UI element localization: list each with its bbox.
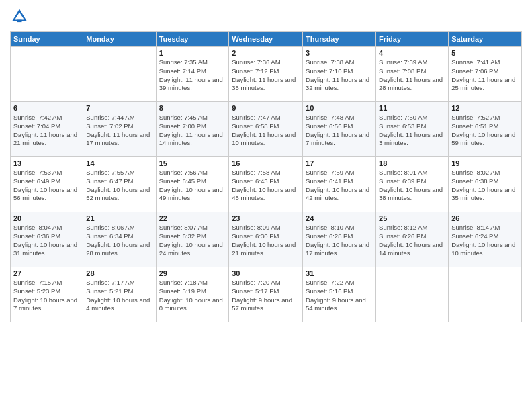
calendar-cell: 1Sunrise: 7:35 AM Sunset: 7:14 PM Daylig… [156,47,229,102]
day-number: 6 [13,104,80,112]
day-number: 4 [379,49,445,57]
calendar-cell: 6Sunrise: 7:42 AM Sunset: 7:04 PM Daylig… [11,102,83,157]
day-number: 9 [232,104,300,112]
calendar-cell: 10Sunrise: 7:48 AM Sunset: 6:56 PM Dayli… [303,102,376,157]
calendar-cell: 5Sunrise: 7:41 AM Sunset: 7:06 PM Daylig… [449,47,522,102]
day-info: Sunrise: 7:58 AM Sunset: 6:43 PM Dayligh… [232,169,300,203]
calendar-cell: 7Sunrise: 7:44 AM Sunset: 7:02 PM Daylig… [83,102,156,157]
calendar-cell: 22Sunrise: 8:07 AM Sunset: 6:32 PM Dayli… [156,212,229,267]
day-of-week-header: Saturday [449,32,522,47]
day-info: Sunrise: 7:44 AM Sunset: 7:02 PM Dayligh… [86,113,152,148]
calendar-cell: 21Sunrise: 8:06 AM Sunset: 6:34 PM Dayli… [83,212,156,267]
day-info: Sunrise: 7:35 AM Sunset: 7:14 PM Dayligh… [159,58,226,93]
day-number: 25 [379,214,445,222]
day-info: Sunrise: 7:20 AM Sunset: 5:17 PM Dayligh… [232,279,300,313]
day-info: Sunrise: 8:14 AM Sunset: 6:24 PM Dayligh… [451,224,519,258]
calendar-cell: 3Sunrise: 7:38 AM Sunset: 7:10 PM Daylig… [303,47,376,102]
calendar-cell: 14Sunrise: 7:55 AM Sunset: 6:47 PM Dayli… [83,157,156,212]
calendar-cell [376,267,449,322]
day-number: 7 [86,104,152,112]
calendar-cell: 23Sunrise: 8:09 AM Sunset: 6:30 PM Dayli… [229,212,303,267]
day-info: Sunrise: 8:09 AM Sunset: 6:30 PM Dayligh… [232,224,300,258]
day-info: Sunrise: 7:52 AM Sunset: 6:51 PM Dayligh… [451,113,519,148]
day-of-week-header: Sunday [11,32,83,47]
day-number: 30 [232,269,300,277]
day-info: Sunrise: 7:56 AM Sunset: 6:45 PM Dayligh… [159,169,226,203]
calendar-cell: 16Sunrise: 7:58 AM Sunset: 6:43 PM Dayli… [229,157,303,212]
day-info: Sunrise: 7:48 AM Sunset: 6:56 PM Dayligh… [306,113,373,148]
calendar-cell: 24Sunrise: 8:10 AM Sunset: 6:28 PM Dayli… [303,212,376,267]
day-number: 18 [379,159,445,167]
day-number: 23 [232,214,300,222]
calendar-cell: 12Sunrise: 7:52 AM Sunset: 6:51 PM Dayli… [449,102,522,157]
header [10,7,522,26]
day-number: 27 [13,269,80,277]
calendar-cell: 4Sunrise: 7:39 AM Sunset: 7:08 PM Daylig… [376,47,449,102]
calendar-cell: 28Sunrise: 7:17 AM Sunset: 5:21 PM Dayli… [83,267,156,322]
day-info: Sunrise: 8:07 AM Sunset: 6:32 PM Dayligh… [159,224,226,258]
calendar-week-row: 27Sunrise: 7:15 AM Sunset: 5:23 PM Dayli… [11,267,522,322]
calendar-cell [449,267,522,322]
day-number: 8 [159,104,226,112]
calendar-cell: 13Sunrise: 7:53 AM Sunset: 6:49 PM Dayli… [11,157,83,212]
calendar-cell: 25Sunrise: 8:12 AM Sunset: 6:26 PM Dayli… [376,212,449,267]
day-info: Sunrise: 7:17 AM Sunset: 5:21 PM Dayligh… [86,279,152,313]
day-info: Sunrise: 8:06 AM Sunset: 6:34 PM Dayligh… [86,224,152,258]
calendar-cell [11,47,83,102]
day-number: 1 [159,49,226,57]
calendar-cell: 26Sunrise: 8:14 AM Sunset: 6:24 PM Dayli… [449,212,522,267]
day-number: 19 [451,159,519,167]
day-of-week-header: Thursday [303,32,376,47]
day-number: 31 [306,269,373,277]
day-info: Sunrise: 7:53 AM Sunset: 6:49 PM Dayligh… [13,169,80,203]
day-info: Sunrise: 7:36 AM Sunset: 7:12 PM Dayligh… [232,58,300,93]
day-number: 21 [86,214,152,222]
day-number: 11 [379,104,445,112]
day-number: 14 [86,159,152,167]
day-of-week-header: Wednesday [229,32,303,47]
day-number: 20 [13,214,80,222]
day-number: 22 [159,214,226,222]
day-number: 10 [306,104,373,112]
calendar-cell: 31Sunrise: 7:22 AM Sunset: 5:16 PM Dayli… [303,267,376,322]
day-info: Sunrise: 7:55 AM Sunset: 6:47 PM Dayligh… [86,169,152,203]
day-info: Sunrise: 8:10 AM Sunset: 6:28 PM Dayligh… [306,224,373,258]
day-number: 24 [306,214,373,222]
calendar-cell: 8Sunrise: 7:45 AM Sunset: 7:00 PM Daylig… [156,102,229,157]
day-number: 2 [232,49,300,57]
day-number: 17 [306,159,373,167]
calendar-week-row: 20Sunrise: 8:04 AM Sunset: 6:36 PM Dayli… [11,212,522,267]
day-info: Sunrise: 7:22 AM Sunset: 5:16 PM Dayligh… [306,279,373,313]
calendar-cell [83,47,156,102]
day-number: 29 [159,269,226,277]
day-info: Sunrise: 7:38 AM Sunset: 7:10 PM Dayligh… [306,58,373,93]
day-info: Sunrise: 8:02 AM Sunset: 6:38 PM Dayligh… [451,169,519,203]
calendar-table: SundayMondayTuesdayWednesdayThursdayFrid… [10,31,522,322]
page: SundayMondayTuesdayWednesdayThursdayFrid… [0,0,532,411]
day-of-week-header: Tuesday [156,32,229,47]
calendar-week-row: 1Sunrise: 7:35 AM Sunset: 7:14 PM Daylig… [11,47,522,102]
calendar-cell: 17Sunrise: 7:59 AM Sunset: 6:41 PM Dayli… [303,157,376,212]
day-info: Sunrise: 7:39 AM Sunset: 7:08 PM Dayligh… [379,58,445,93]
calendar-cell: 15Sunrise: 7:56 AM Sunset: 6:45 PM Dayli… [156,157,229,212]
day-number: 16 [232,159,300,167]
day-number: 3 [306,49,373,57]
day-info: Sunrise: 8:12 AM Sunset: 6:26 PM Dayligh… [379,224,445,258]
day-info: Sunrise: 8:01 AM Sunset: 6:39 PM Dayligh… [379,169,445,203]
day-number: 5 [451,49,519,57]
svg-rect-2 [17,20,22,22]
calendar-cell: 18Sunrise: 8:01 AM Sunset: 6:39 PM Dayli… [376,157,449,212]
day-number: 12 [451,104,519,112]
calendar-week-row: 6Sunrise: 7:42 AM Sunset: 7:04 PM Daylig… [11,102,522,157]
day-info: Sunrise: 7:47 AM Sunset: 6:58 PM Dayligh… [232,113,300,148]
calendar-week-row: 13Sunrise: 7:53 AM Sunset: 6:49 PM Dayli… [11,157,522,212]
day-of-week-header: Friday [376,32,449,47]
logo [10,7,32,26]
day-info: Sunrise: 7:42 AM Sunset: 7:04 PM Dayligh… [13,113,80,148]
logo-icon [10,7,29,26]
calendar-cell: 30Sunrise: 7:20 AM Sunset: 5:17 PM Dayli… [229,267,303,322]
day-info: Sunrise: 7:15 AM Sunset: 5:23 PM Dayligh… [13,279,80,313]
day-info: Sunrise: 7:41 AM Sunset: 7:06 PM Dayligh… [451,58,519,93]
calendar-cell: 29Sunrise: 7:18 AM Sunset: 5:19 PM Dayli… [156,267,229,322]
day-info: Sunrise: 7:18 AM Sunset: 5:19 PM Dayligh… [159,279,226,313]
